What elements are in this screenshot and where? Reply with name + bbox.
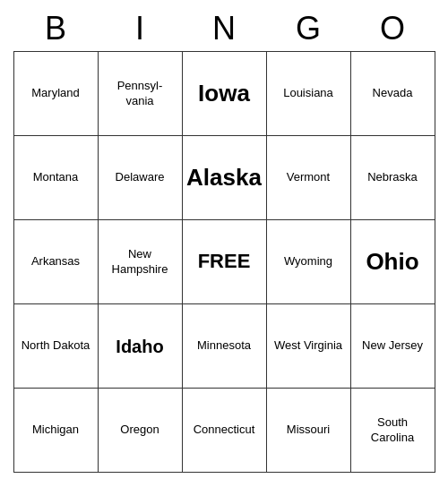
cell-text-10: Arkansas [31,254,80,269]
bingo-grid: MarylandPennsyl-vaniaIowaLouisianaNevada… [13,51,435,473]
cell-text-6: Delaware [116,170,165,185]
cell-text-2: Iowa [198,79,250,109]
bingo-cell-5: Montana [14,136,99,220]
cell-text-15: North Dakota [22,338,90,354]
cell-text-4: Nevada [373,86,413,101]
bingo-cell-20: Michigan [14,389,99,473]
bingo-header: BINGO [13,9,435,47]
bingo-letter-o: O [350,9,435,47]
bingo-cell-15: North Dakota [14,304,99,389]
bingo-cell-13: Wyoming [267,220,351,304]
cell-text-24: South Carolina [355,415,431,446]
bingo-cell-21: Oregon [99,389,183,473]
bingo-cell-8: Vermont [267,136,351,220]
bingo-letter-n: N [182,9,266,47]
cell-text-8: Vermont [287,170,330,185]
cell-text-1: Pennsyl-vania [117,79,163,109]
bingo-cell-3: Louisiana [267,52,351,136]
bingo-cell-11: New Hampshire [99,220,183,304]
bingo-letter-b: B [13,9,98,47]
bingo-cell-7: Alaska [183,136,267,220]
cell-text-0: Maryland [31,86,79,101]
bingo-cell-1: Pennsyl-vania [99,52,183,136]
bingo-cell-9: Nebraska [351,136,435,220]
bingo-cell-19: New Jersey [351,304,435,389]
bingo-cell-10: Arkansas [14,220,99,304]
cell-text-13: Wyoming [284,254,332,269]
cell-text-23: Missouri [287,423,330,438]
bingo-cell-17: Minnesota [183,304,267,389]
bingo-cell-16: Idaho [99,304,183,389]
bingo-letter-g: G [266,9,350,47]
bingo-cell-6: Delaware [99,136,183,220]
cell-text-21: Oregon [120,423,159,438]
cell-text-19: New Jersey [362,338,423,354]
bingo-cell-4: Nevada [351,52,435,136]
cell-text-17: Minnesota [197,338,251,354]
cell-text-16: Idaho [116,335,163,358]
cell-text-5: Montana [33,170,79,185]
cell-text-3: Louisiana [283,86,333,101]
cell-text-7: Alaska [186,163,262,193]
bingo-cell-24: South Carolina [351,389,435,473]
bingo-letter-i: I [98,9,182,47]
bingo-cell-18: West Virginia [267,304,351,389]
cell-text-11: New Hampshire [102,247,178,278]
cell-text-14: Ohio [366,247,418,278]
bingo-cell-23: Missouri [267,389,351,473]
cell-text-22: Connecticut [194,423,255,438]
bingo-cell-22: Connecticut [183,389,267,473]
bingo-cell-12: FREE [183,220,267,304]
cell-text-9: Nebraska [367,170,418,185]
bingo-cell-2: Iowa [183,52,267,136]
bingo-cell-0: Maryland [14,52,99,136]
cell-text-20: Michigan [32,423,79,438]
bingo-cell-14: Ohio [351,220,435,304]
cell-text-18: West Virginia [274,338,342,354]
cell-text-12: FREE [198,249,251,275]
